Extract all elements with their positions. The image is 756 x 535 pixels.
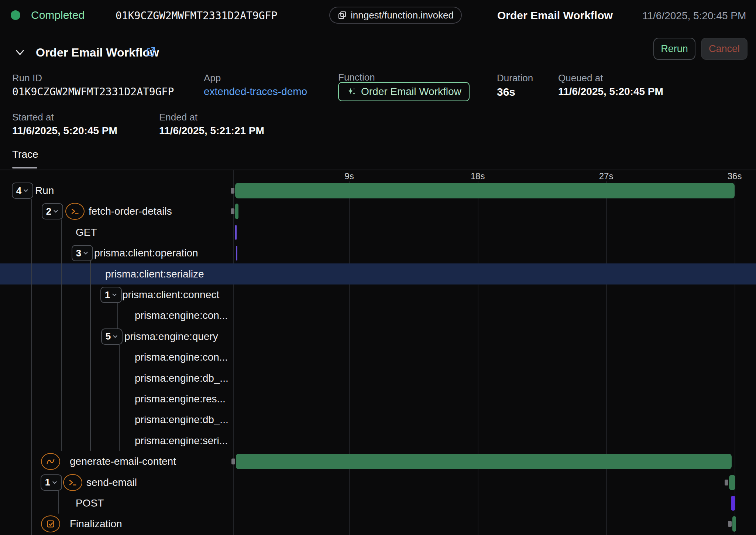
trace-waterfall: 9s18s27s36s4Run2fetch-order-detailsGET3p… xyxy=(0,170,756,535)
status-text: Completed xyxy=(31,9,85,21)
trace-row-label[interactable]: prisma:client:serialize xyxy=(105,268,204,280)
topbar-timestamp: 11/6/2025, 5:20:45 PM xyxy=(642,10,746,22)
tree-connector-line xyxy=(90,261,91,451)
function-badge-label: Order Email Workflow xyxy=(361,86,461,98)
wave-icon xyxy=(41,453,60,470)
axis-tick-label: 9s xyxy=(344,171,354,181)
run-id-label: Run ID xyxy=(12,72,42,84)
row-count-button[interactable]: 5 xyxy=(101,328,123,345)
app-link[interactable]: extended-traces-demo xyxy=(204,86,307,98)
check-icon xyxy=(41,515,60,532)
started-at-value: 11/6/2025, 5:20:45 PM xyxy=(12,125,117,137)
axis-tick-label: 27s xyxy=(599,171,614,181)
axis-tick-label: 36s xyxy=(728,171,742,181)
row-count: 4 xyxy=(16,185,21,197)
row-count: 1 xyxy=(105,289,110,301)
span-bar-run[interactable] xyxy=(235,183,735,198)
queued-at-value: 11/6/2025, 5:20:45 PM xyxy=(558,86,663,98)
topbar-workflow-title: Order Email Workflow xyxy=(497,9,613,22)
trace-row-label[interactable]: prisma:engine:db_... xyxy=(135,372,228,384)
span-bar-get[interactable] xyxy=(235,225,237,240)
queued-marker xyxy=(231,208,234,214)
collapse-chevron-icon[interactable] xyxy=(14,47,26,60)
tree-connector-line xyxy=(58,491,59,514)
queued-marker xyxy=(728,521,732,527)
duration-value: 36s xyxy=(497,86,515,98)
trace-row-label[interactable]: prisma:engine:seri... xyxy=(135,435,228,447)
span-bar-generate-email-content[interactable] xyxy=(236,454,732,469)
started-at-label: Started at xyxy=(12,112,54,123)
row-count: 5 xyxy=(106,331,111,342)
row-count-button[interactable]: 3 xyxy=(72,245,93,261)
trace-row-label[interactable]: Finalization xyxy=(70,518,122,530)
cancel-button[interactable]: Cancel xyxy=(701,38,748,60)
function-badge[interactable]: Order Email Workflow xyxy=(338,82,470,101)
status-dot-icon xyxy=(11,10,20,20)
queued-at-label: Queued at xyxy=(558,72,603,84)
duration-label: Duration xyxy=(497,72,533,84)
external-link-icon[interactable] xyxy=(145,46,157,59)
trace-row-label[interactable]: generate-email-content xyxy=(70,456,176,467)
tree-connector-line xyxy=(61,219,62,451)
row-count: 1 xyxy=(45,477,50,488)
grid-line xyxy=(606,181,607,535)
row-count-button[interactable]: 1 xyxy=(100,287,122,303)
row-count: 2 xyxy=(46,206,51,217)
sparkles-icon xyxy=(346,86,357,97)
row-count-button[interactable]: 1 xyxy=(41,474,62,491)
event-badge-label: inngest/function.invoked xyxy=(351,10,454,21)
trace-row-label[interactable]: prisma:engine:con... xyxy=(135,310,228,321)
queued-marker xyxy=(231,459,235,464)
trace-row-label[interactable]: prisma:client:connect xyxy=(122,289,219,301)
timeline-divider xyxy=(233,170,234,535)
trace-row-label[interactable]: GET xyxy=(76,226,97,238)
grid-line xyxy=(478,181,478,535)
app-label: App xyxy=(204,72,221,84)
axis-tick-label: 18s xyxy=(471,171,485,181)
trace-row-label[interactable]: Run xyxy=(35,185,54,197)
row-count-button[interactable]: 4 xyxy=(12,183,33,199)
span-bar-send-email[interactable] xyxy=(729,475,735,490)
rerun-button[interactable]: Rerun xyxy=(653,38,695,60)
ended-at-value: 11/6/2025, 5:21:21 PM xyxy=(159,125,264,137)
trace-row-label[interactable]: prisma:engine:query xyxy=(124,331,218,343)
trace-row-label[interactable]: prisma:engine:db_... xyxy=(135,414,228,426)
trace-row-label[interactable]: prisma:engine:res... xyxy=(135,393,226,405)
row-count-button[interactable]: 2 xyxy=(42,203,63,219)
tab-trace[interactable]: Trace xyxy=(12,149,38,160)
run-id-value: 01K9CZGW2MWFMT2331D2AT9GFP xyxy=(12,86,174,98)
trace-row-label[interactable]: send-email xyxy=(86,477,137,488)
queued-marker xyxy=(725,480,728,485)
terminal-icon xyxy=(63,474,82,491)
function-label: Function xyxy=(338,72,375,83)
run-details-page: Completed 01K9CZGW2MWFMT2331D2AT9GFP inn… xyxy=(0,0,756,535)
page-title: Order Email Workflow xyxy=(36,46,159,59)
trace-row-label[interactable]: prisma:client:operation xyxy=(94,247,198,259)
span-bar-fetch-order-details[interactable] xyxy=(235,204,239,219)
queued-marker xyxy=(231,188,234,194)
stack-icon xyxy=(337,10,347,20)
trace-row-label[interactable]: POST xyxy=(76,497,104,509)
trace-row-label[interactable]: fetch-order-details xyxy=(89,205,172,217)
tree-connector-line xyxy=(117,303,118,329)
trace-row-label[interactable]: prisma:engine:con... xyxy=(135,351,228,363)
ended-at-label: Ended at xyxy=(159,112,197,123)
row-count: 3 xyxy=(76,248,81,259)
tree-connector-line xyxy=(31,199,32,535)
topbar-run-id: 01K9CZGW2MWFMT2331D2AT9GFP xyxy=(116,10,277,22)
span-bar-finalization[interactable] xyxy=(732,516,736,532)
grid-line xyxy=(349,181,350,535)
span-bar-prisma-client-operation[interactable] xyxy=(236,246,237,260)
event-badge[interactable]: inngest/function.invoked xyxy=(329,7,462,24)
span-bar-post[interactable] xyxy=(731,496,735,511)
tab-trace-underline xyxy=(12,167,37,168)
terminal-icon xyxy=(65,203,85,220)
tree-connector-line xyxy=(119,345,120,451)
